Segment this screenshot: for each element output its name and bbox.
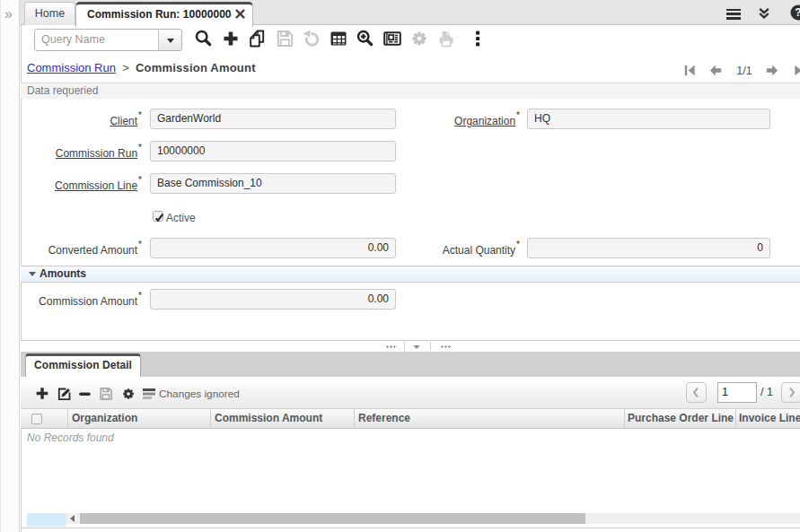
svg-text:?: ? [795,6,800,19]
